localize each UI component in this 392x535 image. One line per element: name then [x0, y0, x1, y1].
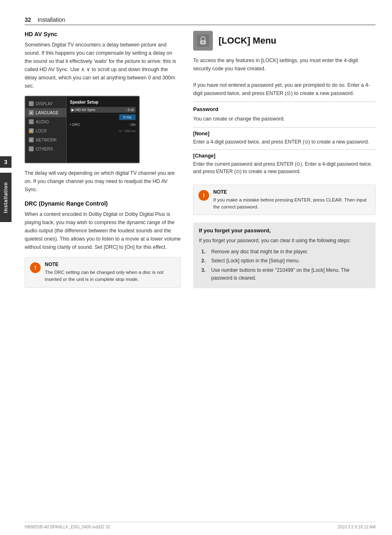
menu-right-panel: Speaker Setup ▶ HD AV Sync : 0 m 0 ms • …	[67, 97, 139, 162]
note-drc-text: The DRC setting can be changed only when…	[45, 269, 175, 283]
menu-item-others: ≡ OTHERS	[25, 144, 66, 153]
side-tab-label: Installation	[0, 173, 12, 222]
display-icon: ▪	[29, 101, 34, 106]
audio-icon: ♪	[29, 119, 34, 124]
lock-menu-title: [LOCK] Menu	[219, 35, 277, 46]
forget-password-box: If you forget your password, If you forg…	[193, 222, 376, 288]
forget-step-3: 3.Use number buttons to enter "210499" o…	[201, 266, 370, 282]
page-container: 32 Installation 3 Installation HD AV Syn…	[0, 0, 392, 535]
lock-menu-icon: 🔒	[29, 128, 34, 133]
menu-item-lock: 🔒 LOCK	[25, 126, 66, 135]
note-lock-title: NOTE	[213, 189, 370, 195]
forget-step-2: 2.Select [Lock] option in the [Setup] me…	[201, 257, 370, 265]
forget-intro: If you forget your password, you can cle…	[199, 237, 370, 245]
lock-menu-body: To access the any features in [LOCK] set…	[193, 56, 376, 97]
note-drc-title: NOTE	[45, 262, 175, 267]
lock-icon-image	[193, 31, 213, 51]
hd-av-sync-body2: The delay will vary depending on which d…	[25, 169, 181, 194]
chapter-title-header: Installation	[38, 16, 65, 23]
password-heading: Password	[193, 106, 376, 112]
menu-right-item-hd: ▶ HD AV Sync : 0 m	[70, 107, 136, 113]
page-header: 32 Installation	[25, 16, 65, 23]
drc-body: When a content encoded in Dolby Digital …	[25, 210, 181, 251]
menu-screenshot: ▪ DISPLAY A LANGUAGE ♪ AUDIO 🔒	[25, 96, 140, 163]
note-lock-icon: !	[198, 190, 209, 201]
left-column: HD AV Sync Sometimes Digital TV encounte…	[25, 31, 181, 514]
hd-av-sync-heading: HD AV Sync	[25, 31, 181, 37]
menu-item-language: A LANGUAGE	[25, 108, 66, 117]
others-icon: ≡	[29, 146, 34, 151]
password-section: Password You can create or change the pa…	[193, 106, 376, 179]
divider-1	[193, 102, 376, 102]
password-description: You can create or change the password.	[193, 115, 376, 123]
language-icon: A	[29, 110, 34, 115]
menu-item-network: ◈ NETWORK	[25, 135, 66, 144]
page-number: 32	[25, 16, 31, 23]
option-change-text: Enter the current password and press ENT…	[193, 160, 376, 176]
menu-item-display: ▪ DISPLAY	[25, 99, 66, 108]
hd-av-sync-body1: Sometimes Digital TV encounters a delay …	[25, 41, 181, 90]
note-drc-box: ! NOTE The DRC setting can be changed on…	[25, 257, 181, 288]
note-lock-box: ! NOTE If you make a mistake before pres…	[193, 185, 376, 215]
option-none-text: Enter a 4-digit password twice, and pres…	[193, 138, 376, 146]
footer-right: 2010.3.5 9:18:12 AM	[338, 525, 376, 529]
menu-range: 0 ~ 300 ms	[70, 129, 136, 133]
password-option-none: [None] Enter a 4-digit password twice, a…	[193, 127, 376, 149]
note-lock-text: If you make a mistake before pressing EN…	[213, 197, 370, 211]
menu-right-title: Speaker Setup	[70, 100, 136, 104]
svg-point-2	[202, 42, 204, 43]
right-column: [LOCK] Menu To access the any features i…	[193, 31, 376, 514]
forget-step-1: 1.Remove any disc that might be in the p…	[201, 248, 370, 256]
option-none-label: [None]	[193, 131, 376, 137]
page-footer: HB905SB-A0.BPANLLK_ENG_0405.indd32 32 20…	[25, 522, 376, 529]
forget-steps-list: 1.Remove any disc that might be in the p…	[199, 248, 370, 282]
network-icon: ◈	[29, 137, 34, 142]
top-border	[25, 25, 376, 25]
lock-title-row: [LOCK] Menu	[193, 31, 376, 51]
footer-left: HB905SB-A0.BPANLLK_ENG_0405.indd32 32	[25, 525, 110, 529]
menu-value-display: 0 ms	[119, 114, 136, 120]
menu-right-item-drc: • DRC : On	[70, 122, 136, 127]
drc-heading: DRC (Dynamic Range Control)	[25, 200, 181, 207]
side-tab-number: 3	[0, 156, 12, 168]
menu-item-audio: ♪ AUDIO	[25, 117, 66, 126]
option-change-label: [Change]	[193, 153, 376, 159]
password-option-change: [Change] Enter the current password and …	[193, 149, 376, 179]
menu-left-panel: ▪ DISPLAY A LANGUAGE ♪ AUDIO 🔒	[25, 97, 67, 162]
forget-heading: If you forget your password,	[199, 227, 370, 234]
note-drc-icon: !	[30, 262, 41, 273]
content-area: HD AV Sync Sometimes Digital TV encounte…	[25, 31, 376, 514]
